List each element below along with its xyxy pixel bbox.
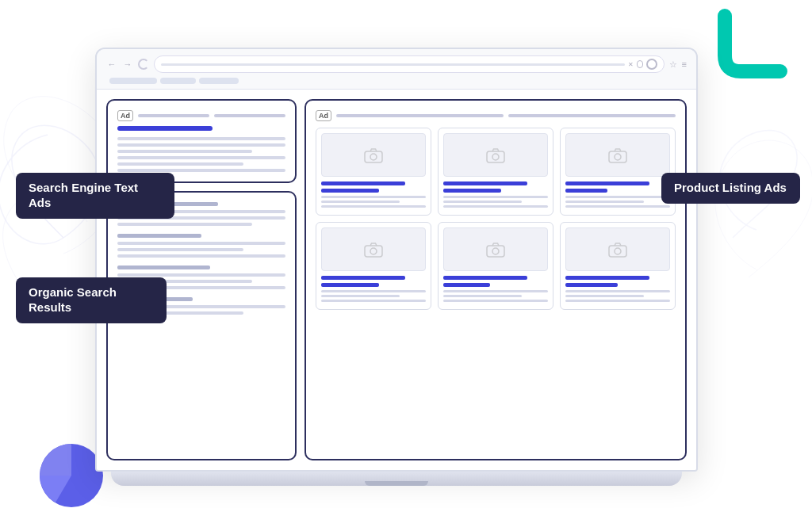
ad-badge-2: Ad — [316, 110, 331, 121]
clear-icon: ✕ — [628, 61, 634, 68]
product-bar-3 — [565, 181, 649, 185]
product-bar-5b — [443, 283, 490, 287]
camera-icon-3 — [608, 147, 627, 163]
product-card-1 — [316, 128, 431, 216]
product-text-1c — [321, 205, 426, 208]
camera-icon-4 — [364, 242, 383, 258]
product-listing-panel: Ad — [304, 99, 687, 460]
product-text-1a — [321, 196, 426, 198]
refresh-icon[interactable] — [138, 59, 149, 70]
browser-nav-row: ← → ✕ ☆ ≡ — [106, 55, 687, 73]
ad-line-5 — [117, 162, 243, 166]
product-text-3a — [565, 196, 670, 198]
camera-icon-6 — [608, 242, 627, 258]
product-bar-4b — [321, 283, 379, 287]
blue-pie-decoration — [24, 428, 103, 507]
org-line-5 — [117, 248, 243, 251]
right-panel: Ad — [304, 99, 687, 460]
browser-chrome: ← → ✕ ☆ ≡ — [97, 49, 696, 90]
ad-blue-bar — [117, 126, 213, 131]
product-text-4a — [321, 290, 426, 292]
browser-tabs — [106, 78, 687, 84]
org-line-4 — [117, 242, 285, 245]
organic-search-results-label: Organic Search Results — [16, 277, 167, 323]
product-image-6 — [565, 227, 670, 271]
product-card-4 — [316, 222, 431, 310]
svg-rect-11 — [609, 246, 626, 257]
organic-title-3 — [117, 266, 210, 269]
back-arrow-icon[interactable]: ← — [106, 59, 117, 70]
svg-rect-3 — [487, 151, 504, 162]
svg-rect-9 — [487, 246, 504, 257]
bookmark-icon[interactable]: ☆ — [669, 59, 677, 70]
product-ad-label-row: Ad — [316, 110, 676, 121]
product-bar-3b — [565, 189, 607, 193]
product-image-4 — [321, 227, 426, 271]
product-card-6 — [560, 222, 676, 310]
tab-pill-2[interactable] — [160, 78, 196, 84]
product-text-1b — [321, 201, 400, 203]
ad-text-lines — [117, 137, 285, 172]
svg-point-12 — [615, 248, 621, 254]
product-bar-4 — [321, 276, 405, 280]
svg-point-2 — [370, 154, 377, 160]
browser-content: Ad — [97, 90, 696, 470]
menu-icon[interactable]: ≡ — [682, 59, 687, 69]
svg-point-8 — [370, 248, 377, 254]
ad-title-line — [138, 114, 209, 117]
organic-title-2 — [117, 234, 201, 238]
product-bar-2b — [443, 189, 501, 193]
organic-lines-2 — [117, 242, 285, 258]
product-card-2 — [438, 128, 553, 216]
search-icon — [646, 59, 657, 70]
product-bar-1b — [321, 189, 379, 193]
camera-icon-1 — [364, 147, 383, 163]
tab-pill-1[interactable] — [109, 78, 157, 84]
org-line-7 — [117, 273, 285, 277]
product-text-5b — [443, 295, 522, 297]
ad-line-3 — [117, 150, 252, 153]
organic-panel — [106, 191, 297, 460]
tab-pill-3[interactable] — [199, 78, 239, 84]
ad-line-6 — [117, 169, 285, 172]
organic-group-2 — [117, 234, 285, 258]
ad-label-row: Ad — [117, 110, 285, 121]
product-image-1 — [321, 133, 426, 177]
search-engine-text-ads-label: Search Engine Text Ads — [16, 173, 174, 219]
product-bar-6b — [565, 283, 618, 287]
svg-point-6 — [615, 154, 621, 160]
teal-hook-decoration — [717, 8, 788, 79]
product-text-5c — [443, 300, 548, 302]
product-text-2b — [443, 201, 522, 203]
ad-line-2 — [117, 143, 285, 147]
product-image-2 — [443, 133, 548, 177]
ad-line-1 — [117, 137, 285, 140]
product-text-3c — [565, 205, 670, 208]
product-bar-2 — [443, 181, 527, 185]
product-text-2a — [443, 196, 548, 198]
product-ad-title-line — [336, 114, 504, 117]
svg-rect-5 — [609, 151, 626, 162]
address-bar[interactable]: ✕ — [154, 55, 665, 73]
product-text-6c — [565, 300, 670, 302]
org-line-6 — [117, 254, 285, 258]
product-text-6b — [565, 295, 644, 297]
laptop-base — [111, 472, 682, 486]
product-text-4b — [321, 295, 400, 297]
product-image-3 — [565, 133, 670, 177]
product-grid — [316, 128, 676, 310]
ad-badge-1: Ad — [117, 110, 133, 121]
svg-point-10 — [492, 248, 499, 254]
camera-icon-5 — [486, 242, 505, 258]
product-card-3 — [560, 128, 676, 216]
product-bar-1 — [321, 181, 405, 185]
product-text-4c — [321, 300, 426, 302]
url-line — [161, 63, 625, 66]
forward-arrow-icon[interactable]: → — [122, 59, 133, 70]
svg-point-4 — [492, 154, 499, 160]
laptop-mockup: ← → ✕ ☆ ≡ — [95, 48, 698, 486]
product-text-6a — [565, 290, 670, 292]
svg-rect-7 — [365, 246, 382, 257]
camera-icon-2 — [486, 147, 505, 163]
laptop-screen: ← → ✕ ☆ ≡ — [95, 48, 698, 472]
